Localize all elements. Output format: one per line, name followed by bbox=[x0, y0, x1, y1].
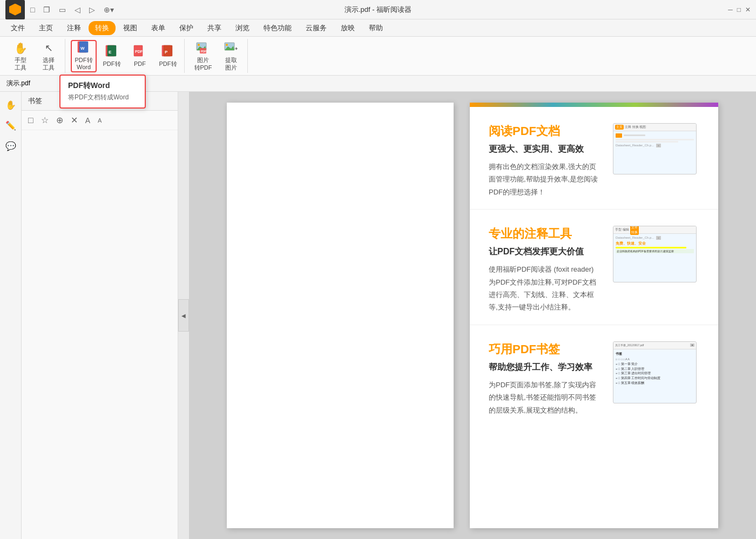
bookmark-insert-icon[interactable]: ⊕ bbox=[54, 114, 65, 126]
section-bookmark: 巧用PDF书签 帮助您提升工作、学习效率 为PDF页面添加书签,除了实现内容的快… bbox=[470, 325, 718, 427]
menu-share[interactable]: 共享 bbox=[201, 21, 228, 35]
menu-home[interactable]: 主页 bbox=[32, 21, 59, 35]
bookmark-panel: 书签 □ ☆ ⊕ ✕ A A bbox=[22, 92, 178, 539]
menu-file[interactable]: 文件 bbox=[4, 21, 31, 35]
svg-point-12 bbox=[198, 44, 200, 46]
section-bookmark-body: 为PDF页面添加书签,除了实现内容的快速导航,书签还能指明不同书签的层级关系,展… bbox=[489, 379, 602, 416]
toolbar-group-select: ✋ 手型工具 ↖ 选择工具 bbox=[4, 39, 65, 73]
section-annotate-text: 专业的注释工具 让PDF文档发挥更大价值 使用福昕PDF阅读器 (foxit r… bbox=[489, 226, 602, 314]
close-btn[interactable]: ✕ bbox=[745, 6, 751, 14]
bookmark-star-icon[interactable]: ☆ bbox=[39, 114, 51, 126]
mini-toolbar-3: 员工手册_20120917.pdf ✕ bbox=[613, 342, 696, 349]
mini-toolbar-2: 手型 编辑 文件转换 bbox=[613, 226, 696, 234]
menu-view[interactable]: 视图 bbox=[117, 21, 144, 35]
bookmark-font-small-icon[interactable]: A bbox=[96, 116, 104, 125]
section-read-subtitle: 更强大、更实用、更高效 bbox=[489, 144, 602, 155]
menu-convert[interactable]: 转换 bbox=[89, 21, 116, 35]
image-to-pdf-icon: PDF bbox=[195, 41, 211, 56]
image-to-pdf-btn[interactable]: PDF 图片转PDF bbox=[190, 40, 216, 72]
select-tool-btn[interactable]: ↖ 选择工具 bbox=[36, 40, 62, 72]
svg-text:W: W bbox=[80, 46, 85, 51]
mini-screenshot-2: 手型 编辑 文件转换 Datasheet_Reader_Ch.p... ✕ 免费… bbox=[613, 226, 697, 282]
svg-text:P: P bbox=[165, 50, 168, 55]
pdf-to-word-dropdown: PDF转Word 将PDF文档转成Word bbox=[59, 75, 146, 109]
section-bookmark-with-img: 巧用PDF书签 帮助您提升工作、学习效率 为PDF页面添加书签,除了实现内容的快… bbox=[489, 341, 699, 416]
extract-image-icon bbox=[224, 41, 239, 56]
pdf-btn[interactable]: PDF PDF bbox=[127, 40, 153, 72]
svg-point-17 bbox=[226, 44, 228, 46]
mini-content-3: 书签 □ ☆ □ □ A A + □ 第一章 简介 + □ 第二章 入职管理 +… bbox=[613, 349, 696, 388]
menu-present[interactable]: 放映 bbox=[334, 21, 361, 35]
section-read-body: 拥有出色的文档渲染效果,强大的页面管理功能,帮助提升效率,是您阅读PDF的理想选… bbox=[489, 160, 602, 198]
section-annotate-with-img: 专业的注释工具 让PDF文档发挥更大价值 使用福昕PDF阅读器 (foxit r… bbox=[489, 226, 699, 314]
filepath-text: 演示.pdf bbox=[6, 79, 30, 88]
section-read-text: 阅读PDF文档 更强大、更实用、更高效 拥有出色的文档渲染效果,强大的页面管理功… bbox=[489, 123, 602, 198]
pdf-to-word-icon: W bbox=[76, 41, 91, 56]
extract-image-btn[interactable]: 提取图片 bbox=[218, 40, 244, 72]
pdf-to-word-btn[interactable]: W PDF转Word bbox=[71, 40, 97, 72]
menu-browse[interactable]: 浏览 bbox=[229, 21, 256, 35]
sidebar-annotate-icon[interactable]: ✏️ bbox=[2, 117, 19, 134]
forward-icon[interactable]: ▷ bbox=[87, 4, 97, 15]
svg-text:E: E bbox=[109, 50, 112, 55]
mini-screenshot-3: 员工手册_20120917.pdf ✕ 书签 □ ☆ □ □ A A + □ 第… bbox=[613, 341, 697, 403]
pdf-to-ppt-label: PDF转 bbox=[159, 60, 177, 68]
dropdown-description: 将PDF文档转成Word bbox=[68, 93, 137, 102]
minimize-btn[interactable]: ─ bbox=[728, 6, 733, 14]
pdf-to-ppt-icon: P bbox=[160, 44, 176, 59]
section-annotate-subtitle: 让PDF文档发挥更大价值 bbox=[489, 246, 602, 258]
hand-tool-label: 手型工具 bbox=[15, 57, 26, 71]
bookmark-font-large-icon[interactable]: A bbox=[83, 115, 92, 126]
section-read-image: 主页 注释 转换 视图 bbox=[613, 123, 699, 174]
pdf-to-excel-btn[interactable]: E PDF转 bbox=[99, 40, 125, 72]
dropdown-title: PDF转Word bbox=[68, 81, 137, 91]
mini-content-2: Datasheet_Reader_Ch.p... ✕ 免费、快速、安全 企业和政… bbox=[613, 234, 696, 255]
menu-protect[interactable]: 保护 bbox=[173, 21, 200, 35]
section-bookmark-image: 员工手册_20120917.pdf ✕ 书签 □ ☆ □ □ A A + □ 第… bbox=[613, 341, 699, 403]
pdf-page-content: 阅读PDF文档 更强大、更实用、更高效 拥有出色的文档渲染效果,强大的页面管理功… bbox=[470, 103, 718, 528]
pdf-label: PDF bbox=[134, 60, 146, 68]
back-icon[interactable]: ◁ bbox=[72, 4, 83, 15]
bookmark-delete-icon[interactable]: ✕ bbox=[69, 114, 80, 126]
panel-content bbox=[22, 130, 178, 539]
hand-tool-btn[interactable]: ✋ 手型工具 bbox=[8, 40, 33, 72]
maximize-btn[interactable]: □ bbox=[737, 6, 741, 14]
svg-text:PDF: PDF bbox=[135, 50, 143, 53]
menu-cloud[interactable]: 云服务 bbox=[299, 21, 333, 35]
menu-forms[interactable]: 表单 bbox=[145, 21, 172, 35]
logo-shape bbox=[9, 4, 21, 16]
title-bar-right: ─ □ ✕ bbox=[728, 6, 751, 14]
menu-bar: 文件 主页 注释 转换 视图 表单 保护 共享 浏览 特色功能 云服务 放映 帮… bbox=[0, 19, 756, 37]
customize-icon[interactable]: ⊕▾ bbox=[102, 4, 116, 15]
panel-collapse-btn[interactable]: ◀ bbox=[178, 299, 189, 332]
undo-icon[interactable]: □ bbox=[28, 4, 37, 15]
svg-text:PDF: PDF bbox=[201, 50, 206, 53]
menu-annotate[interactable]: 注释 bbox=[60, 21, 87, 35]
section-read-title: 阅读PDF文档 bbox=[489, 123, 602, 139]
sidebar-hand-icon[interactable]: ✋ bbox=[2, 96, 19, 113]
sidebar-comment-icon[interactable]: 💬 bbox=[2, 137, 19, 154]
pdf-to-word-label: PDF转Word bbox=[75, 57, 93, 71]
section-annotate-body: 使用福昕PDF阅读器 (foxit reader) 为PDF文件添加注释,可对P… bbox=[489, 263, 602, 314]
section-bookmark-subtitle: 帮助您提升工作、学习效率 bbox=[489, 362, 602, 373]
main-area: ✋ ✏️ 💬 书签 □ ☆ ⊕ ✕ A A ◀ bbox=[0, 92, 756, 539]
menu-help[interactable]: 帮助 bbox=[362, 21, 389, 35]
page-canvas: 阅读PDF文档 更强大、更实用、更高效 拥有出色的文档渲染效果,强大的页面管理功… bbox=[189, 92, 756, 539]
save-icon[interactable]: ▭ bbox=[57, 4, 68, 15]
pdf-to-excel-label: PDF转 bbox=[103, 60, 121, 68]
title-bar-left: □ ❐ ▭ ◁ ▷ ⊕▾ bbox=[5, 0, 116, 19]
bookmark-add-icon[interactable]: □ bbox=[26, 114, 36, 126]
title-bar: □ ❐ ▭ ◁ ▷ ⊕▾ 演示.pdf - 福昕阅读器 ─ □ ✕ bbox=[0, 0, 756, 19]
pdf-to-ppt-btn[interactable]: P PDF转 bbox=[155, 40, 181, 72]
section-read-pdf: 阅读PDF文档 更强大、更实用、更高效 拥有出色的文档渲染效果,强大的页面管理功… bbox=[470, 107, 718, 210]
redo-icon[interactable]: ❐ bbox=[41, 4, 52, 15]
section-annotate: 专业的注释工具 让PDF文档发挥更大价值 使用福昕PDF阅读器 (foxit r… bbox=[470, 210, 718, 325]
toolbar: ✋ 手型工具 ↖ 选择工具 W PDF转Word bbox=[0, 37, 756, 76]
pdf-icon: PDF bbox=[132, 44, 147, 59]
hand-icon: ✋ bbox=[13, 41, 28, 56]
mini-toolbar-1: 主页 注释 转换 视图 bbox=[613, 124, 696, 131]
page-color-header bbox=[470, 103, 718, 107]
extract-image-label: 提取图片 bbox=[225, 57, 237, 71]
menu-features[interactable]: 特色功能 bbox=[257, 21, 298, 35]
sidebar: ✋ ✏️ 💬 bbox=[0, 92, 22, 539]
